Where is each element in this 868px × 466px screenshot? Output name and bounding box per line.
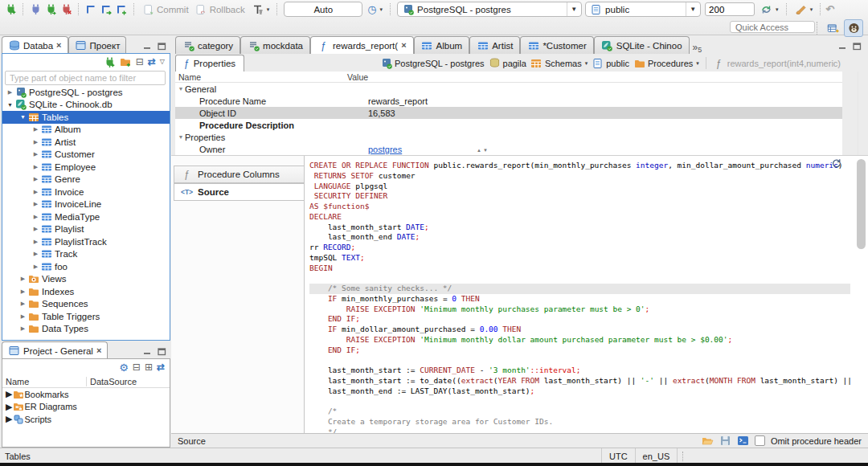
minimize-icon[interactable] [838, 43, 847, 52]
breadcrumb-procedures[interactable]: Procedures▾ [633, 57, 699, 69]
tree-item-table-triggers[interactable]: ▶Table Triggers [2, 310, 170, 323]
tree-item-sqlite-chinook-db[interactable]: ▼SQLite - Chinook.db [2, 99, 170, 112]
project-item-scripts[interactable]: ▶Scripts [2, 413, 170, 426]
quick-access-input[interactable] [730, 21, 815, 33]
source-viewer[interactable]: CREATE OR REPLACE FUNCTION public.reward… [305, 156, 868, 434]
expand-arrow-icon[interactable]: ▶ [31, 126, 40, 133]
fetch-size-input[interactable] [705, 2, 755, 16]
tree-item-invoice[interactable]: ▶Invoice [2, 186, 170, 198]
link-with-editor-icon[interactable]: ⇄ [148, 57, 156, 67]
collapse-arrow-icon[interactable]: ▼ [6, 102, 14, 108]
expand-arrow-icon[interactable]: ▶ [6, 414, 12, 424]
expand-all-icon[interactable]: ⊞ [145, 362, 153, 372]
editor-tab-sqlite-chinoo[interactable]: SQLite - Chinoo [594, 36, 690, 54]
maximize-icon[interactable] [158, 348, 166, 358]
query-history-button[interactable]: ◷ ▾ [364, 2, 386, 18]
expand-arrow-icon[interactable]: ▶ [6, 89, 14, 96]
view-menu-icon[interactable]: ▽ [160, 59, 165, 65]
tree-item-playlist[interactable]: ▶Playlist [2, 223, 170, 236]
new-folder-icon[interactable] [120, 56, 132, 68]
minimize-icon[interactable] [143, 348, 152, 358]
new-connection-icon[interactable] [3, 3, 18, 15]
expand-arrow-icon[interactable]: ▶ [6, 402, 12, 412]
open-file-icon[interactable] [702, 435, 714, 447]
undo-icon[interactable]: ↶ [825, 4, 834, 14]
expand-arrow-icon[interactable]: ▶ [18, 325, 27, 332]
tab-проект[interactable]: Проект [68, 36, 127, 54]
expand-arrow-icon[interactable]: ▶ [31, 239, 40, 245]
tree-item-invoiceline[interactable]: ▶InvoiceLine [2, 198, 170, 211]
expand-arrow-icon[interactable]: ▶ [31, 151, 40, 157]
active-schema-combo[interactable]: public ▼ [585, 2, 701, 17]
disconnect-icon[interactable] [59, 3, 74, 15]
expand-arrow-icon[interactable]: ▶ [31, 226, 40, 232]
tree-item-customer[interactable]: ▶Customer [2, 149, 170, 161]
tab-project-general[interactable]: Project - General× [2, 341, 108, 359]
transaction-log-button[interactable]: ▾ [248, 2, 273, 18]
collapse-arrow-icon[interactable]: ▼ [18, 114, 27, 120]
expand-arrow-icon[interactable]: ▶ [31, 251, 40, 257]
tree-item-genre[interactable]: ▶Genre [2, 174, 170, 186]
tab-overflow-button[interactable]: »5 [690, 42, 702, 54]
section-source[interactable]: <T>Source [174, 183, 304, 201]
expand-arrow-icon[interactable]: ▶ [31, 139, 40, 145]
connect-icon[interactable] [28, 3, 43, 15]
property-row-general[interactable]: ▼General [175, 83, 842, 95]
tree-item-foo[interactable]: ▶foo [2, 260, 170, 273]
transaction-commit-mode-icon[interactable] [99, 3, 114, 15]
tree-item-data-types[interactable]: ▶Data Types [2, 323, 170, 336]
expand-arrow-icon[interactable]: ▶ [31, 214, 40, 220]
expand-arrow-icon[interactable]: ▶ [18, 276, 27, 282]
sql-source-code[interactable]: CREATE OR REPLACE FUNCTION public.reward… [309, 161, 850, 434]
tree-item-views[interactable]: ▶Views [2, 273, 170, 286]
tree-item-artist[interactable]: ▶Artist [2, 136, 170, 149]
dropdown-arrow-icon[interactable]: ▾ [585, 60, 588, 66]
expand-arrow-icon[interactable]: ▶ [31, 264, 40, 270]
property-row-properties[interactable]: ▼Properties [175, 131, 842, 143]
open-perspective-button[interactable] [824, 20, 841, 36]
property-row-procedure-name[interactable]: Procedure Namerewards_report [175, 95, 842, 107]
transaction-new-icon[interactable] [114, 3, 129, 15]
expand-arrow-icon[interactable]: ▶ [18, 313, 27, 320]
tree-item-sequences[interactable]: ▶Sequences [2, 298, 170, 311]
tree-item-mediatype[interactable]: ▶MediaType [2, 211, 170, 223]
locale-indicator[interactable]: en_US [636, 448, 678, 464]
reconnect-icon[interactable] [43, 3, 59, 15]
group-collapse-icon[interactable]: ▼ [177, 86, 185, 92]
tree-item-tables[interactable]: ▼Tables [2, 111, 170, 124]
editor-tab-rewards-report[interactable]: ƒrewards_report(× [310, 36, 414, 54]
section-procedure-columns[interactable]: ƒProcedure Columns [174, 166, 304, 183]
tree-item-track[interactable]: ▶Track [2, 248, 170, 261]
expand-arrow-icon[interactable]: ▶ [31, 176, 40, 182]
expand-arrow-icon[interactable]: ▶ [18, 288, 27, 295]
maximize-icon[interactable] [853, 43, 862, 52]
tree-item-employee[interactable]: ▶Employee [2, 161, 170, 174]
expand-arrow-icon[interactable]: ▶ [31, 189, 40, 195]
link-with-editor-icon[interactable]: ⇄ [157, 362, 165, 372]
tree-item-indexes[interactable]: ▶Indexes [2, 285, 170, 298]
editor-tab-category[interactable]: category [175, 36, 240, 54]
new-connection-icon[interactable] [104, 56, 116, 68]
collapse-all-icon[interactable]: ⊟ [136, 57, 144, 67]
breadcrumb-rewards-report-int4-numeric[interactable]: ƒrewards_report(int4,numeric) [706, 57, 841, 69]
sash-handle-icon[interactable]: ▲▼ [477, 148, 489, 153]
scrollbar-thumb[interactable] [857, 159, 866, 249]
tree-item-album[interactable]: ▶Album [2, 124, 170, 137]
editor-tab-mockdata[interactable]: mockdata [240, 36, 310, 54]
property-row-procedure-description[interactable]: Procedure Description [175, 119, 842, 131]
sql-format-button[interactable]: ▾ [792, 2, 817, 18]
tree-item-playlisttrack[interactable]: ▶PlaylistTrack [2, 235, 170, 248]
minimize-icon[interactable] [143, 43, 152, 52]
close-icon[interactable]: × [56, 41, 61, 50]
expand-arrow-icon[interactable]: ▶ [18, 300, 27, 307]
close-icon[interactable]: × [401, 41, 406, 50]
maximize-icon[interactable] [158, 43, 166, 52]
expand-arrow-icon[interactable]: ▶ [31, 201, 40, 207]
source-scrollbar[interactable] [857, 157, 866, 432]
omit-procedure-header-checkbox[interactable] [755, 435, 765, 446]
editor-tab-album[interactable]: Album [414, 36, 470, 54]
group-collapse-icon[interactable]: ▼ [177, 134, 185, 140]
tree-item-postgresql-postgres[interactable]: ▶PostgreSQL - postgres [2, 86, 170, 99]
breadcrumb-schemas[interactable]: Schemas▾ [530, 57, 588, 69]
expand-arrow-icon[interactable]: ▶ [6, 389, 12, 399]
